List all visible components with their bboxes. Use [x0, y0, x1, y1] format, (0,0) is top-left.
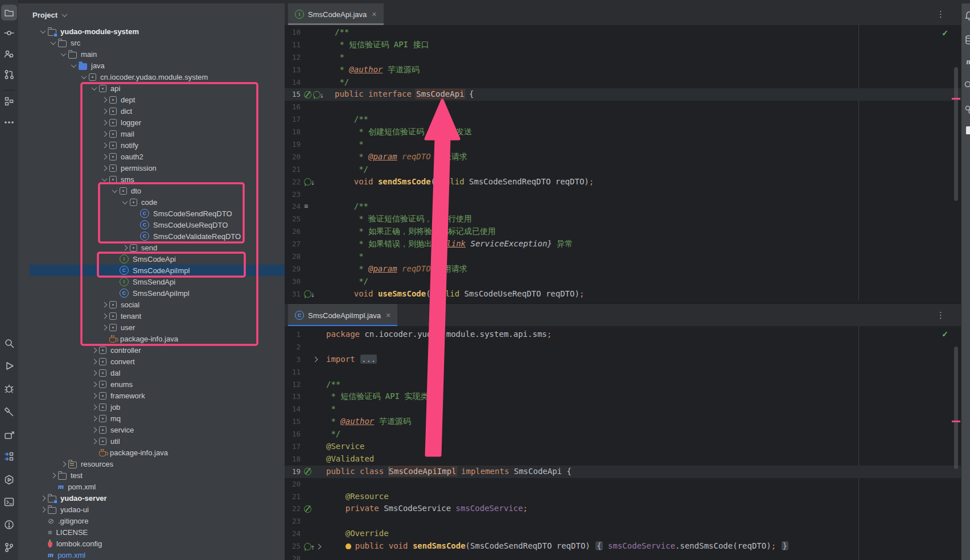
tree-item-smscodeapi[interactable]: ISmsCodeApi [18, 253, 285, 265]
version-control-icon[interactable] [3, 542, 15, 553]
spring-bean-icon[interactable] [304, 91, 311, 98]
tree-item-social[interactable]: social [18, 299, 285, 310]
line-number[interactable]: 27 [285, 238, 301, 250]
line-number[interactable]: 31 [285, 288, 301, 300]
close-icon[interactable]: × [372, 10, 376, 18]
bottom-editor[interactable]: 1package cn.iocoder.yudao.module.system.… [285, 326, 961, 560]
services-icon[interactable] [3, 474, 15, 485]
tree-item-smscodevalidatereqdto[interactable]: CSmsCodeValidateReqDTO [18, 230, 285, 242]
tree-item-tenant[interactable]: tenant [18, 310, 285, 322]
chevron-right-icon[interactable] [100, 155, 109, 159]
project-folder-icon[interactable] [3, 7, 15, 18]
tree-item-send[interactable]: send [18, 242, 285, 253]
tree-item-yudao-ui[interactable]: yudao-ui [18, 504, 285, 515]
tree-item-main[interactable]: main [18, 48, 285, 60]
tree-item-job[interactable]: job [18, 401, 285, 413]
chevron-down-icon[interactable] [62, 11, 68, 17]
ai-assistant-icon[interactable] [964, 104, 970, 116]
tree-item-notify[interactable]: notify [18, 139, 285, 151]
tree-item-smscodeapiimpl[interactable]: CSmsCodeApiImpl [18, 265, 285, 276]
line-number[interactable]: 21 [285, 491, 301, 503]
tree-item-controller[interactable]: controller [18, 344, 285, 356]
tree-item-smssendapiimpl[interactable]: CSmsSendApiImpl [18, 287, 285, 299]
pull-requests-icon[interactable] [3, 69, 15, 80]
line-number[interactable]: 10 [285, 26, 301, 39]
line-number[interactable]: 25 [285, 540, 301, 553]
chevron-down-icon[interactable] [100, 178, 109, 182]
tree-item-resources[interactable]: resources [18, 458, 285, 470]
code-with-me-icon[interactable] [3, 48, 15, 60]
chevron-right-icon[interactable] [89, 417, 99, 421]
chevron-right-icon[interactable] [100, 326, 109, 330]
tree-item-enums[interactable]: enums [18, 378, 285, 390]
tree-item-permission[interactable]: permission [18, 162, 285, 174]
chevron-right-icon[interactable] [89, 439, 99, 443]
chevron-right-icon[interactable] [120, 246, 130, 250]
chevron-right-icon[interactable] [89, 405, 99, 409]
tree-item-api[interactable]: api [18, 83, 285, 94]
chevron-down-icon[interactable] [79, 75, 89, 79]
chevron-right-icon[interactable] [89, 371, 99, 375]
fold-icon[interactable] [313, 357, 317, 361]
scrollbar[interactable] [954, 67, 958, 201]
tree-item-pom-xml[interactable]: mpom.xml [18, 481, 285, 492]
tree-item-src[interactable]: src [18, 37, 285, 48]
chevron-down-icon[interactable] [69, 64, 79, 68]
line-number[interactable]: 1 [285, 328, 301, 341]
editor-options-icon[interactable]: ⋮ [936, 9, 945, 19]
tree-item-sms[interactable]: sms [18, 174, 285, 185]
tab-smscodeapiimpl[interactable]: C SmsCodeApiImpl.java × [288, 304, 397, 327]
line-number[interactable]: 14 [285, 403, 301, 415]
line-number[interactable]: 12 [285, 51, 301, 64]
line-number[interactable]: 19 [285, 466, 301, 478]
chevron-right-icon[interactable] [89, 382, 99, 386]
line-number[interactable]: 23 [285, 515, 301, 528]
editor-options-icon[interactable]: ⋮ [936, 310, 945, 320]
chevron-right-icon[interactable] [89, 360, 99, 364]
inspections-ok-icon[interactable]: ✓ [942, 28, 948, 38]
chevron-down-icon[interactable] [48, 41, 58, 45]
implementing-method-icon[interactable]: I↑ [304, 539, 315, 554]
spring-bean-icon[interactable] [304, 505, 311, 513]
line-number[interactable]: 30 [285, 275, 301, 288]
line-number[interactable]: 18 [285, 126, 301, 138]
tree-item-smscodesendreqdto[interactable]: CSmsCodeSendReqDTO [18, 208, 285, 219]
line-number[interactable]: 13 [285, 64, 301, 76]
tree-item-oauth2[interactable]: oauth2 [18, 151, 285, 162]
line-number[interactable]: 19 [285, 138, 301, 151]
top-editor[interactable]: 10/**11 * 短信验证码 API 接口12 *13 * @author 芋… [285, 25, 961, 300]
line-number[interactable]: 15 [285, 88, 301, 101]
profiler-icon[interactable] [3, 430, 15, 441]
error-stripe-mark[interactable] [952, 421, 960, 422]
line-number[interactable]: 22 [285, 176, 301, 188]
tree-item-user[interactable]: user [18, 322, 285, 333]
line-number[interactable]: 29 [285, 263, 301, 275]
commit-icon[interactable] [3, 27, 15, 39]
device-manager-icon[interactable] [964, 125, 970, 136]
gradle-icon[interactable] [964, 79, 970, 90]
tree-item-service[interactable]: service [18, 424, 285, 435]
line-number[interactable]: 17 [285, 440, 301, 453]
line-number[interactable]: 24 [285, 528, 301, 540]
line-number[interactable]: 20 [285, 151, 301, 163]
chevron-right-icon[interactable] [100, 166, 109, 170]
tree-item-dal[interactable]: dal [18, 367, 285, 378]
tree-item-util[interactable]: util [18, 435, 285, 447]
close-icon[interactable]: × [386, 311, 391, 319]
line-number[interactable]: 11 [285, 366, 301, 378]
line-number[interactable]: 22 [285, 503, 301, 515]
tree-item-mq[interactable]: mq [18, 413, 285, 424]
scrollbar[interactable] [954, 347, 958, 469]
chevron-right-icon[interactable] [100, 121, 109, 125]
tree-item-pom-xml[interactable]: mpom.xml [18, 549, 285, 560]
line-number[interactable]: 11 [285, 39, 301, 51]
spring-bean-icon[interactable] [304, 468, 311, 475]
chevron-right-icon[interactable] [100, 143, 109, 147]
tree-item-convert[interactable]: convert [18, 356, 285, 367]
line-number[interactable]: 16 [285, 428, 301, 440]
chevron-right-icon[interactable] [100, 109, 109, 113]
chevron-right-icon[interactable] [100, 132, 109, 136]
tree-item-mail[interactable]: mail [18, 128, 285, 139]
chevron-right-icon[interactable] [100, 303, 109, 307]
line-number[interactable]: 15 [285, 415, 301, 428]
